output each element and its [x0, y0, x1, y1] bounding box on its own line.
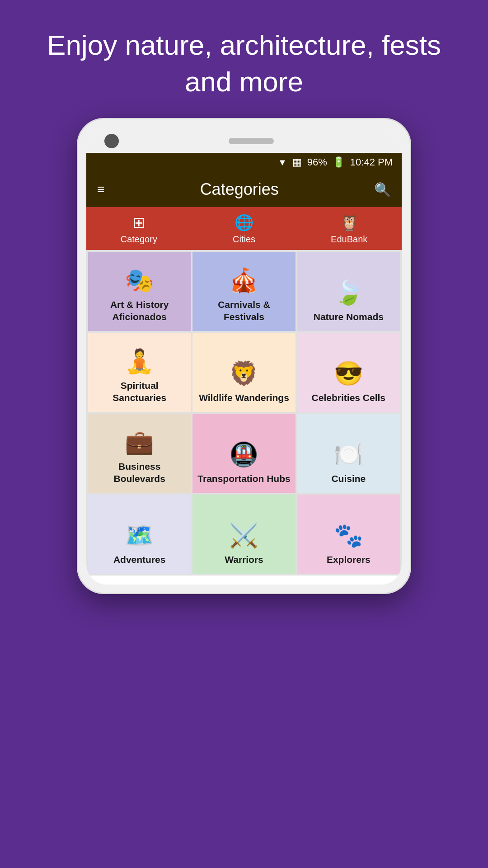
row4-1-icon: 🗺️	[125, 524, 154, 547]
categories-grid: 🎭Art & History Aficionados🎪Carnivals & F…	[86, 250, 402, 576]
hero-text: Enjoy nature, architecture, fests and mo…	[0, 0, 488, 118]
business-icon: 💼	[125, 430, 154, 454]
carnivals-icon: 🎪	[229, 269, 258, 292]
art-history-icon: 🎭	[125, 269, 154, 292]
category-cell-business[interactable]: 💼Business Boulevards	[88, 414, 191, 493]
page-title: Categories	[200, 180, 279, 199]
category-cell-wildlife[interactable]: 🦁Wildlife Wanderings	[192, 333, 295, 412]
menu-button[interactable]: ≡	[97, 183, 104, 196]
category-cell-spiritual[interactable]: 🧘Spiritual Sanctuaries	[88, 333, 191, 412]
status-bar: ▼ ▦ 96% 🔋 10:42 PM	[86, 153, 402, 172]
category-cell-row4-2[interactable]: ⚔️Warriors	[192, 495, 295, 574]
category-cell-celebrities[interactable]: 😎Celebrities Cells	[297, 333, 400, 412]
celebrities-icon: 😎	[334, 362, 363, 385]
bottom-spacer	[86, 576, 402, 585]
battery-icon: 🔋	[333, 156, 345, 168]
art-history-label: Art & History Aficionados	[93, 298, 186, 323]
wildlife-label: Wildlife Wanderings	[199, 392, 289, 404]
edubank-tab-label: EduBank	[331, 234, 367, 245]
spiritual-label: Spiritual Sanctuaries	[93, 379, 186, 404]
category-cell-cuisine[interactable]: 🍽️Cuisine	[297, 414, 400, 493]
cities-tab-icon: 🌐	[235, 213, 253, 231]
category-cell-transport[interactable]: 🚇Transportation Hubs	[192, 414, 295, 493]
nature-nomads-icon: 🍃	[334, 281, 363, 304]
carnivals-label: Carnivals & Festivals	[197, 298, 291, 323]
edubank-tab-icon: 🦉	[340, 213, 359, 231]
category-cell-carnivals[interactable]: 🎪Carnivals & Festivals	[192, 252, 295, 331]
tab-cities[interactable]: 🌐 Cities	[192, 207, 297, 250]
phone-camera	[104, 134, 119, 148]
phone-top-bar	[86, 127, 402, 153]
business-label: Business Boulevards	[93, 460, 186, 485]
tab-category[interactable]: ⊞ Category	[86, 207, 192, 250]
tab-bar: ⊞ Category 🌐 Cities 🦉 EduBank	[86, 207, 402, 250]
row4-3-icon: 🐾	[334, 524, 363, 547]
clock: 10:42 PM	[350, 156, 393, 168]
row4-3-label: Explorers	[327, 553, 371, 566]
row4-2-label: Warriors	[225, 553, 263, 566]
category-cell-row4-1[interactable]: 🗺️Adventures	[88, 495, 191, 574]
category-cell-art-history[interactable]: 🎭Art & History Aficionados	[88, 252, 191, 331]
cuisine-icon: 🍽️	[334, 443, 363, 466]
search-button[interactable]: 🔍	[374, 182, 391, 198]
app-header: ≡ Categories 🔍	[86, 172, 402, 207]
cities-tab-label: Cities	[233, 234, 255, 245]
tab-edubank[interactable]: 🦉 EduBank	[296, 207, 402, 250]
battery-percent: 96%	[307, 156, 327, 168]
category-cell-row4-3[interactable]: 🐾Explorers	[297, 495, 400, 574]
phone-speaker	[229, 138, 274, 144]
cuisine-label: Cuisine	[331, 472, 366, 485]
wifi-icon: ▼	[278, 157, 287, 168]
sim-icon: ▦	[292, 156, 302, 168]
transport-icon: 🚇	[229, 443, 258, 466]
category-tab-label: Category	[121, 234, 157, 245]
row4-1-label: Adventures	[113, 553, 166, 566]
transport-label: Transportation Hubs	[197, 472, 290, 485]
phone-frame: ▼ ▦ 96% 🔋 10:42 PM ≡ Categories 🔍 ⊞ Cate…	[77, 118, 411, 594]
nature-nomads-label: Nature Nomads	[314, 311, 384, 323]
celebrities-label: Celebrities Cells	[312, 392, 385, 404]
category-cell-nature-nomads[interactable]: 🍃Nature Nomads	[297, 252, 400, 331]
row4-2-icon: ⚔️	[229, 524, 258, 547]
category-tab-icon: ⊞	[132, 213, 145, 231]
spiritual-icon: 🧘	[125, 349, 154, 373]
wildlife-icon: 🦁	[229, 362, 258, 385]
